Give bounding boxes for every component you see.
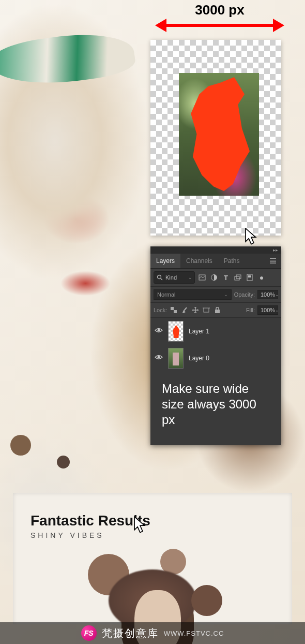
svg-rect-14 <box>215 310 220 313</box>
panel-collapse-bar[interactable]: ▸▸ <box>150 246 281 254</box>
chevron-down-icon: ⌄ <box>275 292 279 297</box>
paint-splatter <box>10 435 31 456</box>
svg-rect-7 <box>248 275 251 277</box>
cursor-icon <box>133 516 147 534</box>
instruction-text: Make sure wide size always 3000 px <box>150 372 281 445</box>
panel-menu-icon[interactable] <box>265 258 281 264</box>
visibility-eye-icon[interactable] <box>155 354 163 362</box>
chevron-down-icon: ⌄ <box>224 292 228 297</box>
search-icon <box>156 273 163 282</box>
svg-rect-8 <box>171 307 174 310</box>
layer-name[interactable]: Layer 1 <box>189 328 209 335</box>
fill-label: Fill: <box>246 307 255 313</box>
watermark-badge: FS <box>81 625 97 641</box>
filter-adjustment-icon[interactable] <box>209 273 219 282</box>
filter-type-icon[interactable]: T <box>221 273 231 282</box>
lock-label: Lock: <box>154 307 167 313</box>
visibility-eye-icon[interactable] <box>155 327 163 335</box>
dimension-indicator: 3000 px <box>155 3 284 31</box>
svg-point-16 <box>158 356 160 359</box>
svg-line-10 <box>184 308 187 311</box>
filter-kind-input[interactable] <box>165 274 186 281</box>
filter-shape-icon[interactable] <box>233 273 242 282</box>
dimension-label: 3000 px <box>155 3 284 17</box>
layer-thumbnail[interactable] <box>168 321 184 342</box>
chevron-down-icon: ⌄ <box>188 275 192 280</box>
layer-name[interactable]: Layer 0 <box>189 355 209 362</box>
layer-row[interactable]: Layer 0 <box>150 345 281 372</box>
opacity-input[interactable]: 100%⌄ <box>257 290 278 299</box>
panel-tabs: Layers Channels Paths <box>150 254 281 269</box>
dimension-arrow <box>155 19 284 31</box>
results-title: Fantastic Results <box>30 513 274 529</box>
results-subtitle: SHINY VIBES <box>30 531 274 539</box>
blend-mode-value: Normal <box>157 291 175 298</box>
filter-smart-icon[interactable] <box>245 273 254 282</box>
chevron-right-icon: ▸▸ <box>273 247 278 253</box>
watermark-name: 梵摄创意库 <box>102 626 159 640</box>
svg-rect-9 <box>174 310 177 313</box>
svg-rect-11 <box>204 308 209 312</box>
lock-transparency-icon[interactable] <box>170 306 178 314</box>
blend-row: Normal ⌄ Opacity: 100%⌄ <box>150 287 281 303</box>
fill-input[interactable]: 100%⌄ <box>257 305 278 315</box>
layers-panel: ▸▸ Layers Channels Paths ⌄ T ● Normal ⌄ … <box>150 246 281 445</box>
cursor-icon <box>244 228 258 245</box>
watermark-url: WWW.FSTVC.CC <box>164 630 224 637</box>
layer-row[interactable]: Layer 1 <box>150 318 281 345</box>
lock-artboard-icon[interactable] <box>202 306 210 314</box>
watermark-footer: FS 梵摄创意库 WWW.FSTVC.CC <box>0 622 305 644</box>
tab-layers[interactable]: Layers <box>150 254 180 268</box>
filter-pixel-icon[interactable] <box>197 273 207 282</box>
chevron-down-icon: ⌄ <box>275 308 279 313</box>
lock-all-icon[interactable] <box>213 306 221 314</box>
lock-position-icon[interactable] <box>191 306 200 314</box>
tab-channels[interactable]: Channels <box>180 254 218 268</box>
filter-toggle-icon[interactable]: ● <box>257 273 266 282</box>
lock-brush-icon[interactable] <box>180 306 189 314</box>
svg-line-1 <box>161 279 162 280</box>
canvas-preview <box>150 40 281 236</box>
lock-row: Lock: Fill: 100%⌄ <box>150 303 281 318</box>
filter-row: ⌄ T ● <box>150 269 281 287</box>
opacity-label: Opacity: <box>234 291 255 298</box>
blend-mode-dropdown[interactable]: Normal ⌄ <box>154 289 232 300</box>
layer-thumbnail[interactable] <box>168 348 184 369</box>
paint-splatter <box>57 456 70 469</box>
layers-list: Layer 1 Layer 0 <box>150 318 281 372</box>
svg-point-15 <box>158 329 160 332</box>
tab-paths[interactable]: Paths <box>218 254 246 268</box>
filter-type-dropdown[interactable]: ⌄ <box>154 271 195 284</box>
svg-point-0 <box>158 275 161 279</box>
